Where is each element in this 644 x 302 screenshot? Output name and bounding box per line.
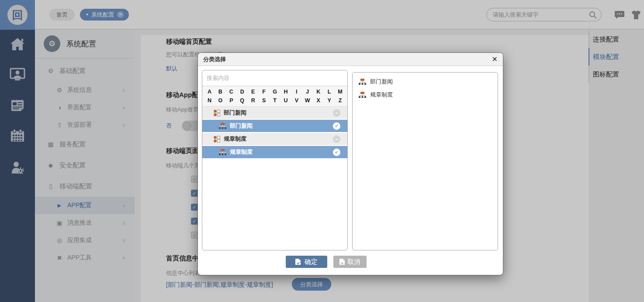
collapse-icon[interactable]: − (333, 135, 340, 143)
letter[interactable]: P (226, 96, 237, 105)
tree-item-row-selected[interactable]: 规章制度 ✓ (202, 146, 347, 158)
selected-item[interactable]: 规章制度 (353, 88, 498, 101)
sitemap-icon (359, 92, 366, 98)
tree-row-label: 规章制度 (224, 135, 246, 143)
category-grid-icon (214, 110, 220, 116)
category-tree: 部门新闻 − 部门新闻 ✓ 规章制度 − 规章制度 ✓ (202, 107, 347, 158)
tree-category-row[interactable]: 规章制度 − (202, 133, 347, 145)
sitemap-icon (359, 79, 366, 85)
letter[interactable]: U (280, 96, 291, 105)
confirm-label: 确定 (305, 258, 318, 266)
sitemap-icon (219, 123, 226, 129)
selected-item-label: 部门新闻 (370, 78, 393, 86)
letter[interactable]: T (270, 96, 280, 105)
letter[interactable]: C (226, 87, 237, 96)
letter[interactable]: N (204, 96, 215, 105)
document-check-icon (295, 259, 301, 265)
tree-search-input[interactable] (202, 70, 347, 86)
tree-row-label: 部门新闻 (224, 109, 246, 117)
letter[interactable]: K (313, 87, 324, 96)
letter[interactable]: F (259, 87, 270, 96)
letter[interactable]: X (313, 96, 324, 105)
tree-row-label: 规章制度 (230, 148, 253, 156)
letter[interactable]: Z (335, 96, 346, 105)
cancel-button[interactable]: 取消 (333, 256, 367, 268)
letter[interactable]: H (280, 87, 291, 96)
letter[interactable]: D (237, 87, 248, 96)
letter[interactable]: A (204, 87, 215, 96)
checked-icon[interactable]: ✓ (333, 149, 340, 156)
selected-item-label: 规章制度 (370, 91, 393, 99)
letter[interactable]: W (302, 96, 313, 105)
category-tree-panel: A B C D E F G H I J K L M N O P Q R S (202, 70, 348, 250)
cancel-label: 取消 (347, 258, 360, 266)
letter[interactable]: V (291, 96, 302, 105)
sitemap-icon (219, 149, 226, 156)
letter[interactable]: M (335, 87, 346, 96)
document-x-icon (339, 259, 345, 265)
letter[interactable]: Y (324, 96, 335, 105)
checked-icon[interactable]: ✓ (333, 122, 340, 130)
letter[interactable]: O (215, 96, 226, 105)
letter[interactable]: R (248, 96, 259, 105)
selected-categories-panel: 部门新闻 规章制度 (352, 72, 498, 250)
dialog-title: 分类选择 (203, 56, 226, 62)
category-grid-icon (214, 136, 220, 142)
letter[interactable]: Q (237, 96, 248, 105)
alphabet-filter: A B C D E F G H I J K L M N O P Q R S (202, 86, 347, 107)
collapse-icon[interactable]: − (333, 109, 340, 117)
tree-category-row[interactable]: 部门新闻 − (202, 107, 347, 119)
selected-item[interactable]: 部门新闻 (353, 75, 498, 88)
tree-item-row-selected[interactable]: 部门新闻 ✓ (202, 120, 347, 132)
letter[interactable]: E (248, 87, 259, 96)
category-select-dialog: 分类选择 ✕ A B C D E F G H I J K L M N (197, 52, 503, 275)
tree-row-label: 部门新闻 (230, 122, 253, 130)
letter[interactable]: I (291, 87, 302, 96)
letter[interactable]: J (302, 87, 313, 96)
close-icon[interactable]: ✕ (492, 53, 498, 66)
confirm-button[interactable]: 确定 (286, 256, 327, 268)
dialog-titlebar: 分类选择 ✕ (198, 53, 503, 66)
letter[interactable]: B (215, 87, 226, 96)
letter[interactable]: L (324, 87, 335, 96)
letter[interactable]: G (270, 87, 280, 96)
letter[interactable]: S (259, 96, 270, 105)
